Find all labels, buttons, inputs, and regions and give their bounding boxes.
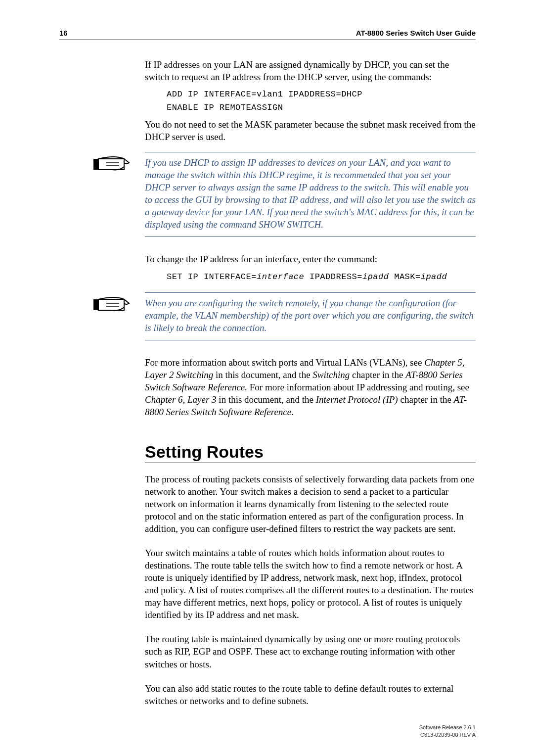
main-content: If IP addresses on your LAN are assigned… (145, 58, 476, 712)
footer-line: Software Release 2.6.1 (419, 724, 476, 731)
section-heading: Setting Routes (145, 442, 476, 462)
paragraph: To change the IP address for an interfac… (145, 253, 476, 265)
note-text: If you use DHCP to assign IP addresses t… (145, 156, 476, 231)
code-text: MASK= (389, 272, 421, 282)
text-italic: Chapter 6, Layer 3 (145, 394, 217, 405)
text: For more information about switch ports … (145, 357, 424, 368)
footer-line: C613-02039-00 REV A (419, 731, 476, 738)
code-variable: interface (257, 272, 304, 282)
note-block: When you are configuring the switch remo… (145, 292, 476, 340)
svg-rect-0 (93, 159, 98, 170)
text: For more information about IP addressing… (247, 382, 469, 392)
hand-pointer-icon (91, 152, 131, 177)
text: chapter in the (398, 394, 454, 405)
note-block: If you use DHCP to assign IP addresses t… (145, 152, 476, 237)
header-title: AT-8800 Series Switch User Guide (356, 29, 476, 37)
paragraph: For more information about switch ports … (145, 356, 476, 418)
header-rule (59, 40, 476, 40)
code-text: IPADDRESS= (304, 272, 362, 282)
text-italic: Switching (312, 370, 350, 380)
svg-rect-3 (93, 299, 98, 310)
code-line: ADD IP INTERFACE=vlan1 IPADDRESS=DHCP (167, 88, 476, 101)
code-block: ADD IP INTERFACE=vlan1 IPADDRESS=DHCP EN… (167, 88, 476, 114)
code-variable: ipadd (362, 272, 389, 282)
paragraph: If IP addresses on your LAN are assigned… (145, 58, 476, 83)
code-line: ENABLE IP REMOTEASSIGN (167, 101, 476, 114)
code-text: SET IP INTERFACE= (167, 272, 257, 282)
paragraph: The process of routing packets consists … (145, 473, 476, 535)
text: in this document, and the (217, 394, 316, 405)
page-footer: Software Release 2.6.1 C613-02039-00 REV… (419, 724, 476, 738)
code-block: SET IP INTERFACE=interface IPADDRESS=ipa… (167, 271, 476, 284)
paragraph: You do not need to set the MASK paramete… (145, 118, 476, 143)
paragraph: Your switch maintains a table of routes … (145, 547, 476, 621)
heading-rule (145, 463, 476, 463)
code-variable: ipadd (421, 272, 447, 282)
text: in this document, and the (213, 370, 312, 380)
text-italic: Internet Protocol (IP) (316, 394, 398, 405)
paragraph: The routing table is maintained dynamica… (145, 633, 476, 670)
page-number: 16 (59, 29, 68, 37)
paragraph: You can also add static routes to the ro… (145, 682, 476, 707)
text: chapter in the (350, 370, 405, 380)
note-text: When you are configuring the switch remo… (145, 297, 476, 334)
hand-pointer-icon (91, 292, 131, 317)
